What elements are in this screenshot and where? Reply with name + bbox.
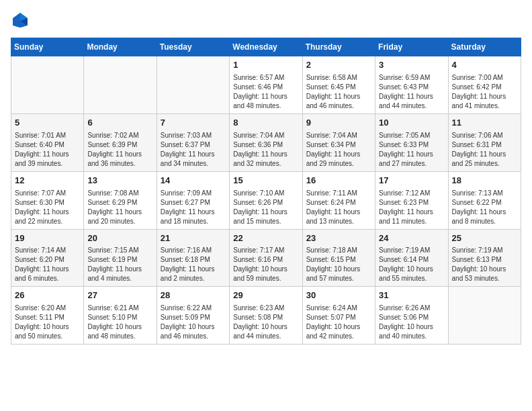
day-number: 24 [379,232,444,245]
day-number: 6 [87,117,152,130]
calendar-cell [84,56,157,114]
calendar-cell: 19Sunrise: 7:14 AM Sunset: 6:20 PM Dayli… [11,229,84,287]
calendar-cell: 17Sunrise: 7:12 AM Sunset: 6:23 PM Dayli… [375,171,448,229]
day-number: 11 [452,117,517,130]
day-info: Sunrise: 7:12 AM Sunset: 6:23 PM Dayligh… [379,189,444,226]
day-info: Sunrise: 7:19 AM Sunset: 6:14 PM Dayligh… [379,246,444,283]
calendar-table: SundayMondayTuesdayWednesdayThursdayFrid… [11,38,521,345]
calendar-header: SundayMondayTuesdayWednesdayThursdayFrid… [11,38,521,56]
calendar-cell: 13Sunrise: 7:08 AM Sunset: 6:29 PM Dayli… [84,171,157,229]
day-info: Sunrise: 7:09 AM Sunset: 6:27 PM Dayligh… [161,189,226,226]
weekday-header: Wednesday [230,38,302,56]
day-number: 26 [15,289,80,302]
calendar-cell: 27Sunrise: 6:21 AM Sunset: 5:10 PM Dayli… [84,287,157,345]
day-number: 19 [15,232,80,245]
calendar-cell: 25Sunrise: 7:19 AM Sunset: 6:13 PM Dayli… [448,229,521,287]
day-info: Sunrise: 6:57 AM Sunset: 6:46 PM Dayligh… [233,73,298,111]
calendar-week-row: 26Sunrise: 6:20 AM Sunset: 5:11 PM Dayli… [11,287,521,345]
day-info: Sunrise: 7:01 AM Sunset: 6:40 PM Dayligh… [15,131,80,169]
day-number: 15 [233,175,298,187]
day-info: Sunrise: 7:05 AM Sunset: 6:33 PM Dayligh… [379,131,444,169]
calendar-cell: 24Sunrise: 7:19 AM Sunset: 6:14 PM Dayli… [375,229,448,287]
weekday-header: Tuesday [157,38,229,56]
weekday-header: Sunday [11,38,84,56]
calendar-cell: 1Sunrise: 6:57 AM Sunset: 6:46 PM Daylig… [230,56,302,114]
calendar-cell: 5Sunrise: 7:01 AM Sunset: 6:40 PM Daylig… [11,113,84,171]
calendar-body: 1Sunrise: 6:57 AM Sunset: 6:46 PM Daylig… [11,56,521,345]
day-info: Sunrise: 7:19 AM Sunset: 6:13 PM Dayligh… [452,246,517,283]
weekday-header: Monday [84,38,157,56]
day-info: Sunrise: 7:13 AM Sunset: 6:22 PM Dayligh… [452,189,517,226]
day-info: Sunrise: 6:23 AM Sunset: 5:08 PM Dayligh… [233,304,298,341]
day-number: 27 [87,289,152,302]
weekday-header: Saturday [448,38,521,56]
day-info: Sunrise: 7:07 AM Sunset: 6:30 PM Dayligh… [15,189,80,226]
calendar-cell: 30Sunrise: 6:24 AM Sunset: 5:07 PM Dayli… [302,287,375,345]
calendar-cell: 15Sunrise: 7:10 AM Sunset: 6:26 PM Dayli… [230,171,302,229]
day-info: Sunrise: 6:59 AM Sunset: 6:43 PM Dayligh… [379,73,444,111]
day-info: Sunrise: 7:04 AM Sunset: 6:36 PM Dayligh… [233,131,298,169]
calendar-cell: 7Sunrise: 7:03 AM Sunset: 6:37 PM Daylig… [157,113,229,171]
calendar-cell: 18Sunrise: 7:13 AM Sunset: 6:22 PM Dayli… [448,171,521,229]
day-number: 4 [452,59,517,72]
day-number: 13 [87,175,152,187]
day-info: Sunrise: 7:03 AM Sunset: 6:37 PM Dayligh… [161,131,226,169]
day-info: Sunrise: 6:21 AM Sunset: 5:10 PM Dayligh… [87,304,152,341]
day-number: 9 [306,117,371,130]
calendar-cell: 11Sunrise: 7:06 AM Sunset: 6:31 PM Dayli… [448,113,521,171]
day-number: 23 [306,232,371,245]
day-info: Sunrise: 7:10 AM Sunset: 6:26 PM Dayligh… [233,189,298,226]
day-number: 5 [15,117,80,130]
calendar-cell: 12Sunrise: 7:07 AM Sunset: 6:30 PM Dayli… [11,171,84,229]
calendar-cell: 10Sunrise: 7:05 AM Sunset: 6:33 PM Dayli… [375,113,448,171]
calendar-week-row: 19Sunrise: 7:14 AM Sunset: 6:20 PM Dayli… [11,229,521,287]
day-number: 20 [87,232,152,245]
day-number: 16 [306,175,371,187]
calendar-cell: 28Sunrise: 6:22 AM Sunset: 5:09 PM Dayli… [157,287,229,345]
calendar-cell: 21Sunrise: 7:16 AM Sunset: 6:18 PM Dayli… [157,229,229,287]
day-info: Sunrise: 7:14 AM Sunset: 6:20 PM Dayligh… [15,246,80,283]
page-header [11,11,521,30]
calendar-cell: 14Sunrise: 7:09 AM Sunset: 6:27 PM Dayli… [157,171,229,229]
day-number: 8 [233,117,298,130]
day-info: Sunrise: 7:08 AM Sunset: 6:29 PM Dayligh… [87,189,152,226]
day-info: Sunrise: 6:58 AM Sunset: 6:45 PM Dayligh… [306,73,371,111]
day-info: Sunrise: 6:24 AM Sunset: 5:07 PM Dayligh… [306,304,371,341]
calendar-cell [11,56,84,114]
day-info: Sunrise: 7:18 AM Sunset: 6:15 PM Dayligh… [306,246,371,283]
day-number: 10 [379,117,444,130]
day-info: Sunrise: 7:16 AM Sunset: 6:18 PM Dayligh… [161,246,226,283]
day-number: 25 [452,232,517,245]
calendar-cell: 3Sunrise: 6:59 AM Sunset: 6:43 PM Daylig… [375,56,448,114]
calendar-cell: 20Sunrise: 7:15 AM Sunset: 6:19 PM Dayli… [84,229,157,287]
day-number: 14 [161,175,226,187]
day-number: 28 [161,289,226,302]
weekday-header-row: SundayMondayTuesdayWednesdayThursdayFrid… [11,38,521,56]
day-info: Sunrise: 6:20 AM Sunset: 5:11 PM Dayligh… [15,304,80,341]
calendar-cell: 29Sunrise: 6:23 AM Sunset: 5:08 PM Dayli… [230,287,302,345]
day-number: 12 [15,175,80,187]
day-number: 30 [306,289,371,302]
day-info: Sunrise: 7:04 AM Sunset: 6:34 PM Dayligh… [306,131,371,169]
calendar-cell: 2Sunrise: 6:58 AM Sunset: 6:45 PM Daylig… [302,56,375,114]
day-info: Sunrise: 7:11 AM Sunset: 6:24 PM Dayligh… [306,189,371,226]
day-number: 29 [233,289,298,302]
day-info: Sunrise: 7:06 AM Sunset: 6:31 PM Dayligh… [452,131,517,169]
day-number: 7 [161,117,226,130]
calendar-cell [157,56,229,114]
day-number: 3 [379,59,444,72]
calendar-week-row: 1Sunrise: 6:57 AM Sunset: 6:46 PM Daylig… [11,56,521,114]
calendar-cell: 9Sunrise: 7:04 AM Sunset: 6:34 PM Daylig… [302,113,375,171]
day-info: Sunrise: 7:17 AM Sunset: 6:16 PM Dayligh… [233,246,298,283]
weekday-header: Thursday [302,38,375,56]
day-number: 1 [233,59,298,72]
calendar-cell: 31Sunrise: 6:26 AM Sunset: 5:06 PM Dayli… [375,287,448,345]
calendar-cell: 16Sunrise: 7:11 AM Sunset: 6:24 PM Dayli… [302,171,375,229]
logo [11,11,32,30]
calendar-cell: 6Sunrise: 7:02 AM Sunset: 6:39 PM Daylig… [84,113,157,171]
day-info: Sunrise: 7:00 AM Sunset: 6:42 PM Dayligh… [452,73,517,111]
day-number: 18 [452,175,517,187]
calendar-cell: 4Sunrise: 7:00 AM Sunset: 6:42 PM Daylig… [448,56,521,114]
day-number: 31 [379,289,444,302]
logo-icon [11,11,30,30]
